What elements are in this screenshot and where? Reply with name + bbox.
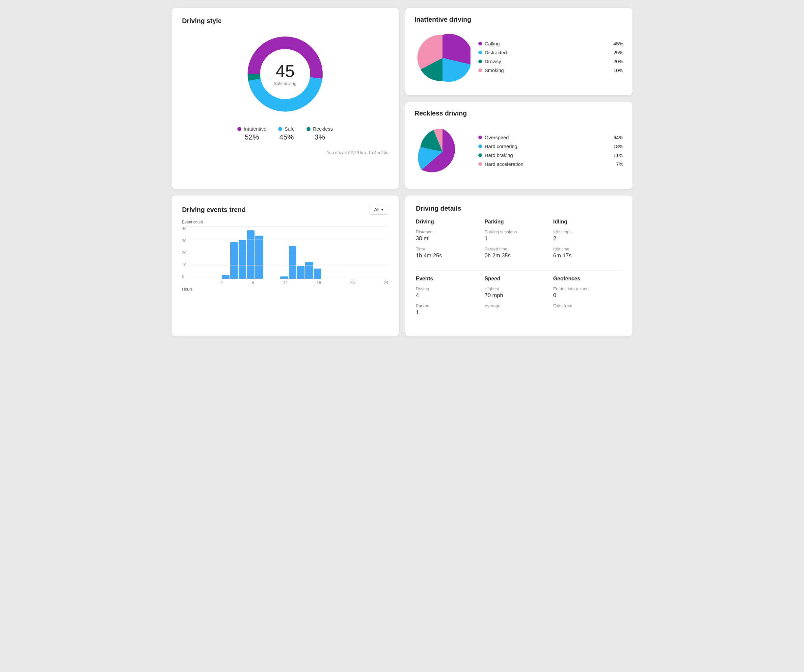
hard-cornering-dot [479, 145, 482, 148]
y-labels: 40 30 20 10 0 [182, 227, 186, 279]
entries-row: Entries into a zone 0 [553, 286, 622, 299]
bar-12 [289, 246, 296, 279]
parking-sessions-label: Parking sessions [485, 229, 554, 234]
legend-distracted: Distracted 25% [479, 50, 623, 55]
reckless-card: Reckless driving [405, 102, 632, 189]
bars-container [188, 227, 388, 279]
idle-time-label: Idle time [553, 246, 622, 251]
bars-area [188, 227, 388, 279]
chevron-down-icon: ▾ [381, 207, 383, 212]
safe-dot [278, 127, 282, 131]
bar-11 [280, 276, 288, 279]
events-section: Events Driving 4 Parked 1 [416, 276, 485, 327]
idle-time-row: Idle time 6m 17s [553, 246, 622, 259]
x-label-12: 12 [283, 281, 288, 285]
hard-braking-dot [479, 153, 482, 157]
idle-stops-label: Idle stops [553, 229, 622, 234]
events-trend-card: Driving events trend All ▾ Event count 4… [172, 196, 399, 336]
details-grid: Driving Distance 38 mi Time 1h 4m 25s Pa… [416, 219, 622, 327]
time-value: 1h 4m 25s [416, 253, 485, 259]
idle-time-value: 6m 17s [553, 253, 622, 259]
bar-8 [255, 236, 263, 279]
reckless-layout: Overspeed 64% Hard cornering 18% Hard br… [415, 124, 623, 181]
donut-center: 45 Safe driving [274, 62, 297, 86]
hard-braking-pct: 11% [613, 152, 623, 158]
drowsy-label: Drowsy [485, 59, 611, 64]
reckless-pie [415, 124, 471, 181]
reckless-title: Reckless driving [415, 109, 623, 117]
idling-section-title: Idling [553, 219, 622, 225]
bar-col-11 [280, 227, 288, 279]
bar-7 [247, 230, 255, 279]
y-axis-label: Event count [182, 220, 388, 224]
x-axis-label: Hours [182, 287, 388, 292]
bar-col-17 [330, 227, 338, 279]
smoking-dot [479, 69, 482, 72]
drowsy-dot [479, 60, 482, 63]
reckless-dot [307, 127, 310, 131]
safe-label: Safe [284, 126, 295, 132]
distracted-label: Distracted [485, 50, 611, 55]
highest-speed-label: Highest [485, 286, 554, 291]
events-parked-value: 1 [416, 309, 485, 316]
drove-text: You drove: 62.29 km, 1h 4m 25s [182, 150, 388, 155]
smoking-label: Smoking [485, 67, 611, 73]
hard-acceleration-label: Hard acceleration [485, 161, 613, 167]
events-driving-row: Driving 4 [416, 286, 485, 299]
reckless-legend: Overspeed 64% Hard cornering 18% Hard br… [479, 135, 623, 170]
right-column: Inattentive driving [405, 8, 632, 189]
distance-row: Distance 38 mi [416, 229, 485, 242]
driving-style-legend: Inattentive 52% Safe 45% Reckless [237, 126, 333, 142]
geofences-section: Geofences Entries into a zone 0 Exits fr… [553, 276, 622, 327]
bar-col-0 [188, 227, 196, 279]
speed-section-title: Speed [485, 276, 554, 282]
hard-braking-label: Hard braking [485, 152, 611, 158]
bar-col-15 [314, 227, 321, 279]
distracted-pct: 25% [613, 50, 623, 55]
hard-cornering-label: Hard cornering [485, 144, 611, 149]
parking-sessions-value: 1 [485, 235, 554, 242]
inattentive-pct: 52% [245, 133, 259, 142]
donut-score-label: Safe driving [274, 81, 297, 86]
bar-col-19 [347, 227, 355, 279]
speed-section: Speed Highest 70 mph Average [485, 276, 554, 327]
bar-col-13 [297, 227, 304, 279]
inattentive-title: Inattentive driving [415, 16, 623, 23]
time-row: Time 1h 4m 25s [416, 246, 485, 259]
exits-row: Exits from [553, 303, 622, 308]
y-label-40: 40 [182, 227, 186, 231]
events-driving-label: Driving [416, 286, 485, 291]
chart-area: Event count 40 30 20 10 0 [182, 220, 388, 292]
calling-label: Calling [485, 41, 611, 46]
legend-hard-acceleration: Hard acceleration 7% [479, 161, 623, 167]
bar-col-1 [197, 227, 204, 279]
inattentive-dot [237, 127, 241, 131]
geofences-section-title: Geofences [553, 276, 622, 282]
entries-value: 0 [553, 292, 622, 299]
bar-col-3 [213, 227, 221, 279]
bar-col-18 [339, 227, 346, 279]
reckless-label: Reckless [313, 126, 333, 132]
parking-sessions-row: Parking sessions 1 [485, 229, 554, 242]
y-label-20: 20 [182, 250, 186, 255]
bar-col-8 [255, 227, 263, 279]
filter-button[interactable]: All ▾ [369, 205, 388, 215]
bar-13 [297, 266, 304, 279]
legend-inattentive: Inattentive 52% [237, 126, 266, 142]
donut-container: 45 Safe driving Inattentive 52% Safe [182, 31, 388, 155]
events-section-title: Events [416, 276, 485, 282]
overspeed-dot [479, 135, 482, 139]
bar-col-9 [264, 227, 271, 279]
legend-safe: Safe 45% [278, 126, 295, 142]
idling-section: Idling Idle stops 2 Idle time 6m 17s [553, 219, 622, 270]
parked-time-value: 0h 2m 35s [485, 253, 554, 259]
driving-style-card: Driving style 45 Saf [172, 8, 399, 189]
events-driving-value: 4 [416, 292, 485, 299]
hard-acceleration-pct: 7% [616, 161, 623, 167]
legend-drowsy: Drowsy 20% [479, 59, 623, 64]
y-label-0: 0 [182, 274, 186, 279]
bar-col-6 [239, 227, 246, 279]
inattentive-card: Inattentive driving [405, 8, 632, 95]
highest-speed-row: Highest 70 mph [485, 286, 554, 299]
entries-label: Entries into a zone [553, 286, 622, 291]
